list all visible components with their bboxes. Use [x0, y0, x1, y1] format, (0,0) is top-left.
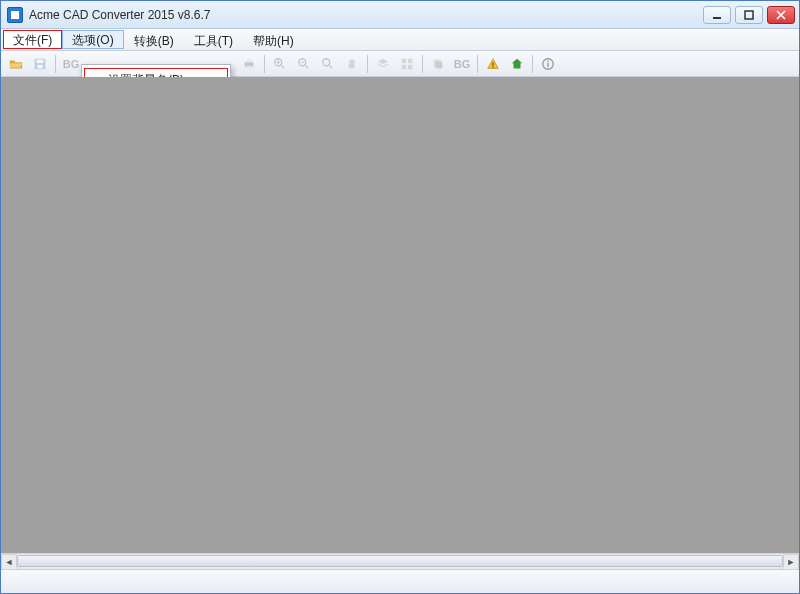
- tb-open[interactable]: [5, 54, 27, 74]
- maximize-icon: [744, 10, 754, 20]
- bg-label: BG: [63, 58, 80, 70]
- svg-rect-3: [37, 59, 44, 63]
- tb-warn[interactable]: [482, 54, 504, 74]
- svg-rect-14: [402, 58, 406, 62]
- minimize-icon: [712, 10, 722, 20]
- svg-rect-17: [408, 64, 412, 68]
- svg-rect-20: [492, 62, 493, 66]
- warning-icon: [486, 57, 500, 71]
- scroll-thumb[interactable]: [17, 555, 783, 567]
- bg2-label: BG: [454, 58, 471, 70]
- folder-open-icon: [9, 57, 23, 71]
- save-icon: [33, 57, 47, 71]
- printer-icon: [242, 57, 256, 71]
- tb-about[interactable]: [537, 54, 559, 74]
- menu-tools-label: 工具(T): [194, 33, 233, 50]
- app-icon: [7, 7, 23, 23]
- tb-zoom-in[interactable]: [269, 54, 291, 74]
- window-buttons: [703, 6, 795, 24]
- grid-icon: [400, 57, 414, 71]
- svg-point-13: [323, 58, 330, 65]
- svg-rect-24: [547, 60, 548, 61]
- scroll-left-button[interactable]: ◄: [1, 554, 17, 570]
- toolbar-separator: [477, 55, 478, 73]
- svg-rect-15: [408, 58, 412, 62]
- tb-home[interactable]: [506, 54, 528, 74]
- zoom-in-icon: [273, 57, 287, 71]
- stack-icon: [431, 57, 445, 71]
- minimize-button[interactable]: [703, 6, 731, 24]
- menu-help-label: 帮助(H): [253, 33, 294, 50]
- close-icon: [776, 10, 786, 20]
- menu-file-label: 文件(F): [13, 32, 52, 49]
- toolbar-separator: [55, 55, 56, 73]
- app-window: Acme CAD Converter 2015 v8.6.7 文件(F) 选项(…: [0, 0, 800, 594]
- menubar: 文件(F) 选项(O) 转换(B) 工具(T) 帮助(H): [1, 29, 799, 51]
- statusbar: [1, 569, 799, 593]
- tb-bg[interactable]: BG: [60, 54, 82, 74]
- close-button[interactable]: [767, 6, 795, 24]
- home-icon: [510, 57, 524, 71]
- svg-rect-21: [492, 66, 493, 67]
- toolbar-separator: [264, 55, 265, 73]
- toolbar-separator: [367, 55, 368, 73]
- toolbar-separator: [422, 55, 423, 73]
- tb-layout[interactable]: [396, 54, 418, 74]
- maximize-button[interactable]: [735, 6, 763, 24]
- menu-options-label: 选项(O): [72, 32, 113, 49]
- svg-rect-19: [435, 61, 442, 68]
- hand-icon: [345, 57, 359, 71]
- horizontal-scrollbar[interactable]: ◄ ►: [1, 553, 799, 569]
- svg-rect-16: [402, 64, 406, 68]
- window-title: Acme CAD Converter 2015 v8.6.7: [29, 8, 703, 22]
- tb-zoom-fit[interactable]: [317, 54, 339, 74]
- menu-tools[interactable]: 工具(T): [184, 29, 243, 50]
- info-icon: [541, 57, 555, 71]
- tb-bg2[interactable]: BG: [451, 54, 473, 74]
- tb-layer[interactable]: [372, 54, 394, 74]
- tb-save[interactable]: [29, 54, 51, 74]
- svg-rect-10: [246, 65, 251, 68]
- svg-rect-1: [745, 11, 753, 19]
- svg-rect-4: [37, 64, 42, 68]
- workspace: [1, 77, 799, 553]
- menu-options[interactable]: 选项(O): [62, 30, 123, 49]
- toolbar: BG 设置背景色(B)... 搜索路径和替换字体(D)... 自定义页面类型..…: [1, 51, 799, 77]
- tb-pan[interactable]: [341, 54, 363, 74]
- svg-rect-9: [246, 59, 251, 62]
- tb-zoom-out[interactable]: [293, 54, 315, 74]
- scroll-right-button[interactable]: ►: [783, 554, 799, 570]
- toolbar-separator: [532, 55, 533, 73]
- layers-icon: [376, 57, 390, 71]
- menu-help[interactable]: 帮助(H): [243, 29, 304, 50]
- tb-batch[interactable]: [427, 54, 449, 74]
- menu-convert-label: 转换(B): [134, 33, 174, 50]
- titlebar: Acme CAD Converter 2015 v8.6.7: [1, 1, 799, 29]
- menu-file[interactable]: 文件(F): [3, 30, 62, 49]
- zoom-fit-icon: [321, 57, 335, 71]
- svg-rect-23: [547, 62, 548, 66]
- menu-convert[interactable]: 转换(B): [124, 29, 184, 50]
- svg-rect-0: [713, 17, 721, 19]
- zoom-out-icon: [297, 57, 311, 71]
- tb-print[interactable]: [238, 54, 260, 74]
